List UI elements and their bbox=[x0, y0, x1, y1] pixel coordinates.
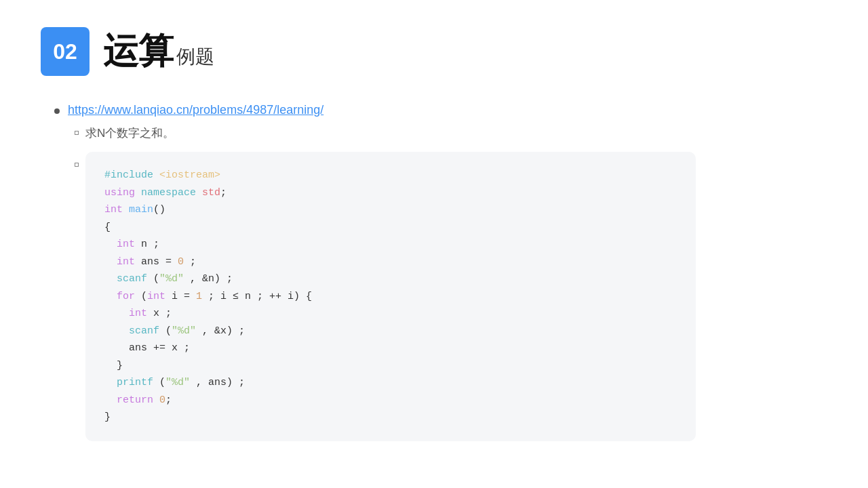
problem-link[interactable]: https://www.lanqiao.cn/problems/4987/lea… bbox=[68, 103, 323, 117]
code-line-9: int x ; bbox=[104, 305, 677, 323]
title-main: 运算 bbox=[103, 31, 174, 70]
bullet-dot-large bbox=[54, 108, 60, 114]
code-line-1: #include <iostream> bbox=[104, 167, 677, 184]
code-line-3: int main() bbox=[104, 201, 677, 219]
description-text: 求N个数字之和。 bbox=[85, 125, 174, 141]
code-line-11: ans += x ; bbox=[104, 340, 677, 357]
main-content: https://www.lanqiao.cn/problems/4987/lea… bbox=[41, 103, 827, 441]
code-line-6: int ans = 0 ; bbox=[104, 253, 677, 271]
code-line-4: { bbox=[104, 219, 677, 237]
code-line-12: } bbox=[104, 357, 677, 375]
description-item: 求N个数字之和。 bbox=[75, 125, 827, 141]
code-line-13: printf ("%d" , ans) ; bbox=[104, 374, 677, 392]
title-subtitle: 例题 bbox=[176, 46, 214, 67]
title-container: 运算例题 bbox=[103, 28, 214, 75]
code-line-5: int n ; bbox=[104, 236, 677, 253]
code-block: #include <iostream> using namespace std;… bbox=[85, 152, 696, 441]
code-line-7: scanf ("%d" , &n) ; bbox=[104, 270, 677, 288]
code-line-2: using namespace std; bbox=[104, 184, 677, 202]
code-line-8: for (int i = 1 ; i ≤ n ; ++ i) { bbox=[104, 288, 677, 306]
bullet-dot-code bbox=[75, 163, 79, 167]
link-item: https://www.lanqiao.cn/problems/4987/lea… bbox=[54, 103, 827, 117]
number-badge: 02 bbox=[41, 27, 90, 76]
code-line-10: scanf ("%d" , &x) ; bbox=[104, 323, 677, 340]
badge-number: 02 bbox=[53, 39, 77, 64]
bullet-dot-small bbox=[75, 131, 79, 135]
page-header: 02 运算例题 bbox=[41, 27, 827, 76]
code-block-wrapper: #include <iostream> using namespace std;… bbox=[75, 152, 827, 441]
code-line-15: } bbox=[104, 409, 677, 426]
code-line-14: return 0; bbox=[104, 392, 677, 409]
